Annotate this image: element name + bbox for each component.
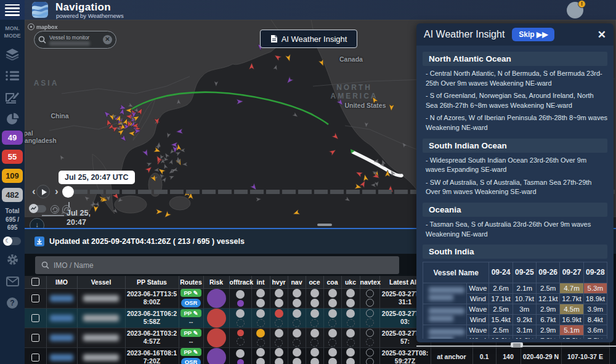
risk-cell[interactable] <box>203 308 229 328</box>
vessel-marker <box>214 81 218 86</box>
indicator-cell[interactable] <box>323 288 341 308</box>
column-header[interactable]: hvyr <box>270 276 288 288</box>
grip-handle-icon[interactable] <box>511 342 523 347</box>
download-icon[interactable] <box>34 237 44 246</box>
pie-chart-icon[interactable] <box>5 112 20 126</box>
column-header[interactable]: PP Status <box>125 276 179 288</box>
indicator-cell[interactable] <box>306 347 323 364</box>
vessel-marker <box>92 206 99 213</box>
row-checkbox[interactable] <box>31 314 39 322</box>
row-checkbox[interactable] <box>31 354 39 362</box>
map-attribution: mapbox <box>28 23 58 30</box>
indicator-cell[interactable] <box>251 308 270 328</box>
imo-name-search[interactable]: IMO / Name <box>35 256 399 274</box>
indicator-cell[interactable] <box>251 328 270 347</box>
column-header[interactable]: coa <box>323 276 341 288</box>
indicator-cell[interactable] <box>341 308 360 328</box>
gear-icon[interactable] <box>5 253 20 267</box>
column-header[interactable]: navtex <box>360 276 379 288</box>
indicator-cell[interactable] <box>306 308 323 328</box>
layers-icon[interactable] <box>5 47 20 61</box>
timeline-chart-toggle[interactable] <box>30 205 46 212</box>
indicator-cell[interactable] <box>270 288 288 308</box>
hamburger-menu-icon[interactable] <box>0 0 25 20</box>
close-icon[interactable]: ✕ <box>598 30 606 40</box>
pp-badge[interactable]: PP ✎ <box>180 309 201 317</box>
column-header[interactable]: nav <box>288 276 306 288</box>
row-checkbox[interactable] <box>31 334 39 342</box>
timeline-step-forward-icon[interactable]: › <box>55 185 59 198</box>
indicator-cell[interactable] <box>229 328 251 347</box>
risk-cell[interactable] <box>203 347 229 364</box>
timeline-step-back-icon[interactable]: ‹ <box>32 185 36 198</box>
indicator-cell[interactable] <box>306 288 323 308</box>
indicator-cell[interactable] <box>323 328 341 347</box>
sidebar-count-badge[interactable]: 109 <box>2 169 23 183</box>
indicator-cell[interactable] <box>360 308 379 328</box>
indicator-cell[interactable] <box>229 308 251 328</box>
select-all-checkbox[interactable] <box>31 278 39 286</box>
panel-resize-grip[interactable] <box>416 342 616 347</box>
vessel-marker <box>176 129 184 135</box>
timeline-play-button[interactable] <box>36 185 50 198</box>
row-checkbox[interactable] <box>31 294 39 302</box>
mail-icon[interactable] <box>5 275 20 288</box>
pp-badge[interactable]: PP ✎ <box>180 289 201 297</box>
indicator-cell[interactable] <box>341 288 360 308</box>
indicator-cell[interactable] <box>270 308 288 328</box>
notification-badge: ! <box>578 0 586 8</box>
column-header[interactable]: IMO <box>46 276 77 288</box>
map-horizontal-scrollbar[interactable] <box>317 224 332 226</box>
timeline-slider-handle[interactable] <box>62 186 74 198</box>
help-icon[interactable]: ? <box>5 296 20 310</box>
clear-search-icon[interactable]: ✕ <box>103 35 112 44</box>
indicator-cell[interactable] <box>341 347 360 364</box>
risk-cell[interactable] <box>203 288 229 308</box>
edit-route-icon[interactable] <box>5 91 20 104</box>
dark-mode-toggle[interactable]: ☾ <box>4 237 21 245</box>
indicator-cell[interactable] <box>323 308 341 328</box>
indicator-cell[interactable] <box>360 328 379 347</box>
indicator-cell[interactable] <box>251 347 270 364</box>
weather-insight-item: - Widespread South Indian Ocean 23rd-26t… <box>423 156 607 175</box>
skip-button[interactable]: Skip ▶▶ <box>512 28 554 41</box>
ai-weather-insight-button[interactable]: AI Weather Insight <box>260 30 357 48</box>
osr-badge[interactable]: OSR <box>181 358 201 364</box>
indicator-cell[interactable] <box>288 328 306 347</box>
column-header[interactable]: int <box>251 276 270 288</box>
column-header[interactable]: Risk <box>203 276 229 288</box>
indicator-cell[interactable] <box>288 308 306 328</box>
indicator-cell[interactable] <box>229 288 251 308</box>
list-icon[interactable] <box>5 69 20 83</box>
indicator-cell[interactable] <box>360 347 379 364</box>
vessel-monitor-search[interactable]: Vessel to monitor ✕ <box>34 31 116 49</box>
sidebar-count-badge[interactable]: 482 <box>2 188 23 202</box>
sidebar-count-badge[interactable]: 55 <box>2 150 23 164</box>
wind-label: Wind <box>467 336 489 339</box>
indicator-cell[interactable] <box>323 347 341 364</box>
sidebar-count-badge[interactable]: 49 <box>2 131 23 145</box>
risk-cell[interactable] <box>203 328 229 347</box>
indicator-cell[interactable] <box>229 347 251 364</box>
column-header[interactable]: oce <box>306 276 323 288</box>
pp-badge[interactable]: PP ✎ <box>180 348 201 356</box>
column-header[interactable]: offtrack <box>229 276 251 288</box>
indicator-cell[interactable] <box>270 328 288 347</box>
indicator-cell[interactable] <box>306 328 323 347</box>
indicator-cell[interactable] <box>288 347 306 364</box>
history-icon[interactable] <box>51 205 59 214</box>
column-header[interactable]: Vessel <box>77 276 125 288</box>
indicator-cell[interactable] <box>360 288 379 308</box>
column-header[interactable]: Routes <box>179 276 203 288</box>
osr-badge[interactable]: OSR <box>181 299 201 307</box>
indicator-cell[interactable] <box>341 328 360 347</box>
column-header[interactable]: ukc <box>341 276 360 288</box>
indicator-cell[interactable] <box>251 288 270 308</box>
date-header: 09-25 <box>513 262 536 283</box>
route-secondary: -- <box>180 338 202 346</box>
indicator-cell[interactable] <box>270 347 288 364</box>
mapbox-attribution-text: mapbox <box>36 24 58 30</box>
indicator-cell[interactable] <box>288 288 306 308</box>
pp-badge[interactable]: PP ✎ <box>180 329 201 337</box>
table-row[interactable]: 2023-06-16T08:17:20ZPP ✎OSR2025-03-27T08… <box>25 347 609 364</box>
